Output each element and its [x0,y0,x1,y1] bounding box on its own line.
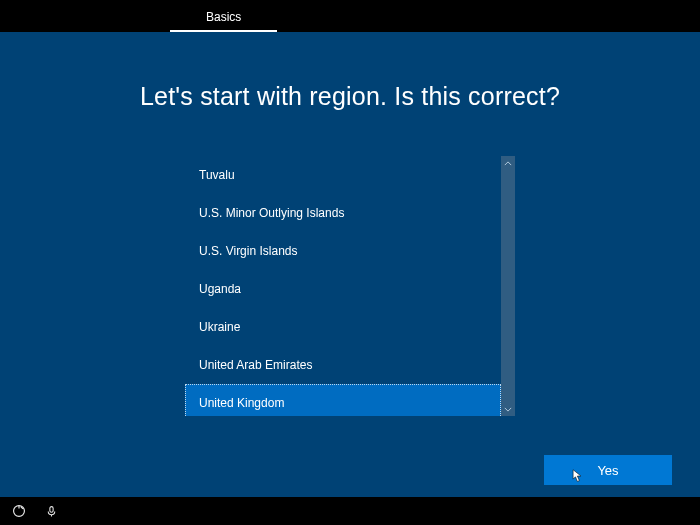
svg-rect-1 [49,506,52,512]
region-list[interactable]: TuvaluU.S. Minor Outlying IslandsU.S. Vi… [185,156,501,416]
bottom-bar [0,497,700,525]
list-item[interactable]: Uganda [185,270,501,308]
list-item[interactable]: United Kingdom [185,384,501,416]
tab-basics[interactable]: Basics [170,2,277,32]
top-bar: Basics [0,0,700,32]
chevron-up-icon[interactable] [501,156,515,170]
main-content: Let's start with region. Is this correct… [0,32,700,416]
list-item[interactable]: U.S. Virgin Islands [185,232,501,270]
yes-button[interactable]: Yes [544,455,672,485]
list-item[interactable]: U.S. Minor Outlying Islands [185,194,501,232]
region-list-container: TuvaluU.S. Minor Outlying IslandsU.S. Vi… [185,156,515,416]
scrollbar[interactable] [501,156,515,416]
list-item[interactable]: Ukraine [185,308,501,346]
accessibility-icon[interactable] [12,504,26,518]
chevron-down-icon[interactable] [501,402,515,416]
list-item[interactable]: United Arab Emirates [185,346,501,384]
microphone-icon[interactable] [44,504,58,518]
page-title: Let's start with region. Is this correct… [70,82,630,111]
list-item[interactable]: Tuvalu [185,156,501,194]
